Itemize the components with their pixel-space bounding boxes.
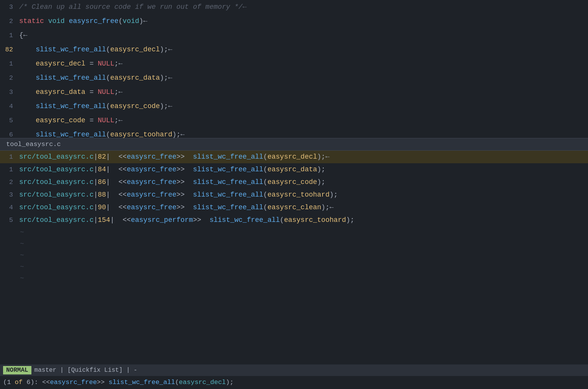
qf-number-1b: 1	[0, 164, 19, 176]
tilde-line-1: ~	[0, 227, 588, 238]
code-content-5: easysrc_code = NULL;←	[19, 114, 123, 126]
command-line: (1 of 6): <<easysrc_free>> slist_wc_free…	[0, 376, 588, 389]
tilde-line-number-4	[0, 261, 19, 272]
code-content-3: /* Clean up all source code if we run ou…	[19, 1, 247, 13]
code-content-1b: easysrc_decl = NULL;←	[19, 57, 123, 70]
code-line-6: 6 slist_wc_free_all(easysrc_toohard);←	[0, 128, 588, 138]
tilde-line-number-3	[0, 249, 19, 261]
status-info: master | [Quickfix List] | -	[34, 367, 138, 374]
qf-content-2: src/tool_easysrc.c|86| <<easysrc_free>> …	[19, 176, 325, 188]
tilde-line-2: ~	[0, 238, 588, 249]
line-number-2: 2	[0, 15, 19, 28]
qf-number-2: 2	[0, 177, 19, 188]
quickfix-line-4: 4 src/tool_easysrc.c|90| <<easysrc_free>…	[0, 201, 588, 214]
code-line-2: 2 static void easysrc_free(void)←	[0, 14, 588, 28]
status-bar: NORMAL master | [Quickfix List] | -	[0, 364, 588, 376]
tilde-char-1: ~	[19, 227, 24, 238]
code-content-1: {←	[19, 29, 28, 41]
line-number-4: 4	[0, 100, 19, 113]
qf-number-1: 1	[0, 151, 19, 163]
quickfix-line-1b: 1 src/tool_easysrc.c|84| <<easysrc_free>…	[0, 163, 588, 176]
line-number-1: 1	[0, 30, 19, 42]
tilde-char-2: ~	[19, 238, 24, 249]
code-line-1: 1 {←	[0, 28, 588, 43]
quickfix-section: 1 src/tool_easysrc.c|82| <<easysrc_free>…	[0, 151, 588, 227]
quickfix-line-3: 3 src/tool_easysrc.c|88| <<easysrc_free>…	[0, 189, 588, 201]
qf-content-4: src/tool_easysrc.c|90| <<easysrc_free>> …	[19, 202, 334, 213]
code-line-4: 4 slist_wc_free_all(easysrc_code);←	[0, 99, 588, 113]
line-number-82: 82	[0, 44, 19, 56]
qf-number-5: 5	[0, 215, 19, 226]
qf-number-3: 3	[0, 189, 19, 201]
code-content-6: slist_wc_free_all(easysrc_toohard);←	[19, 128, 185, 138]
code-content-3b: easysrc_data = NULL;←	[19, 86, 123, 98]
tilde-char-4: ~	[19, 261, 24, 272]
tilde-line-number-1	[0, 227, 19, 238]
tilde-line-5: ~	[0, 272, 588, 284]
code-line-3b: 3 easysrc_data = NULL;←	[0, 85, 588, 99]
code-line-1b: 1 easysrc_decl = NULL;←	[0, 57, 588, 71]
quickfix-line-1: 1 src/tool_easysrc.c|82| <<easysrc_free>…	[0, 151, 588, 163]
code-line-82: 82 slist_wc_free_all(easysrc_decl);←	[0, 43, 588, 57]
code-content-82: slist_wc_free_all(easysrc_decl);←	[19, 43, 172, 56]
qf-content-3: src/tool_easysrc.c|88| <<easysrc_free>> …	[19, 189, 338, 200]
tilde-line-3: ~	[0, 249, 588, 261]
qf-content-1b: src/tool_easysrc.c|84| <<easysrc_free>> …	[19, 164, 325, 175]
file-header: tool_easysrc.c	[0, 138, 588, 151]
line-number-6: 6	[0, 129, 19, 138]
tilde-lines: ~ ~ ~ ~ ~	[0, 227, 588, 364]
line-number-2b: 2	[0, 72, 19, 84]
tilde-char-3: ~	[19, 249, 24, 261]
tilde-line-4: ~	[0, 261, 588, 272]
code-line-2b: 2 slist_wc_free_all(easysrc_data);←	[0, 71, 588, 85]
code-section: 3 /* Clean up all source code if we run …	[0, 0, 588, 138]
line-number-1b: 1	[0, 58, 19, 70]
tilde-line-number-2	[0, 238, 19, 249]
line-number-3b: 3	[0, 86, 19, 98]
code-content-4: slist_wc_free_all(easysrc_code);←	[19, 100, 172, 112]
line-number-3: 3	[0, 1, 19, 13]
tilde-line-number-5	[0, 272, 19, 284]
editor-area: 3 /* Clean up all source code if we run …	[0, 0, 588, 364]
qf-content-1: src/tool_easysrc.c|82| <<easysrc_free>> …	[19, 151, 329, 162]
tilde-char-5: ~	[19, 272, 24, 284]
qf-content-5: src/tool_easysrc.c|154| <<easysrc_perfor…	[19, 214, 354, 226]
quickfix-line-5: 5 src/tool_easysrc.c|154| <<easysrc_perf…	[0, 214, 588, 227]
code-content-2b: slist_wc_free_all(easysrc_data);←	[19, 72, 172, 84]
qf-number-4: 4	[0, 202, 19, 213]
quickfix-line-2: 2 src/tool_easysrc.c|86| <<easysrc_free>…	[0, 176, 588, 189]
code-line-5: 5 easysrc_code = NULL;←	[0, 113, 588, 128]
code-line-3: 3 /* Clean up all source code if we run …	[0, 0, 588, 14]
mode-badge: NORMAL	[3, 366, 31, 374]
code-content-2: static void easysrc_free(void)←	[19, 15, 147, 27]
line-number-5: 5	[0, 115, 19, 127]
